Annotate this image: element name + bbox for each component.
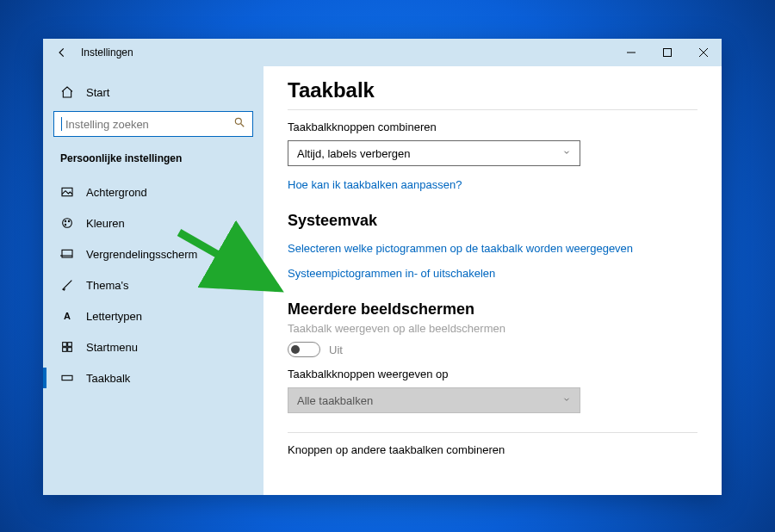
text-cursor: [61, 117, 62, 131]
divider: [288, 109, 698, 110]
minimize-button[interactable]: [613, 39, 649, 66]
svg-point-9: [68, 220, 69, 221]
home-icon: [60, 85, 74, 99]
svg-point-7: [63, 219, 72, 228]
svg-rect-1: [664, 49, 672, 57]
svg-rect-11: [62, 250, 72, 257]
sidebar-item-startmenu[interactable]: Startmenu: [50, 331, 257, 362]
search-input[interactable]: [65, 118, 233, 131]
svg-point-10: [65, 224, 65, 225]
svg-rect-13: [63, 343, 67, 347]
sidebar-item-lockscreen[interactable]: Vergrendelingsscherm: [50, 238, 257, 269]
sidebar-item-fonts[interactable]: A Lettertypen: [50, 300, 257, 331]
sidebar-item-themes[interactable]: Thema's: [50, 269, 257, 300]
svg-rect-15: [63, 348, 67, 352]
home-button[interactable]: Start: [50, 77, 257, 108]
font-icon: A: [60, 309, 74, 323]
sidebar-section-label: Persoonlijke instellingen: [50, 147, 257, 176]
taskbar-icon: [60, 371, 74, 385]
systray-select-icons-link[interactable]: Selecteren welke pictogrammen op de taak…: [288, 242, 698, 255]
sidebar-item-label: Achtergrond: [86, 186, 147, 199]
maximize-button[interactable]: [649, 39, 685, 66]
help-link[interactable]: Hoe kan ik taakbalken aanpassen?: [288, 178, 698, 191]
multi-toggle-state: Uit: [329, 343, 343, 356]
window-title: Instellingen: [81, 46, 133, 59]
sidebar-item-taskbar[interactable]: Taakbalk: [50, 362, 257, 393]
multi-toggle-label: Taakbalk weergeven op alle beeldschermen: [288, 322, 698, 335]
lockscreen-icon: [60, 247, 74, 261]
svg-rect-14: [68, 343, 72, 347]
sidebar-item-label: Thema's: [86, 279, 128, 292]
content-area[interactable]: Taakbalk Taakbalkknoppen combineren Alti…: [264, 66, 722, 495]
svg-point-8: [65, 220, 65, 221]
svg-line-5: [241, 124, 245, 127]
sidebar-item-label: Taakbalk: [86, 372, 130, 385]
systray-heading: Systeemvak: [288, 212, 698, 230]
svg-point-4: [235, 118, 241, 124]
sidebar-item-label: Vergrendelingsscherm: [86, 248, 197, 261]
svg-rect-16: [68, 348, 72, 352]
sidebar-item-colors[interactable]: Kleuren: [50, 207, 257, 238]
combine-label: Taakbalkknoppen combineren: [288, 121, 698, 133]
dropdown-value: Altijd, labels verbergen: [297, 147, 411, 160]
close-button[interactable]: [685, 39, 722, 66]
search-box[interactable]: [53, 111, 253, 137]
chevron-down-icon: [562, 148, 571, 158]
back-button[interactable]: [55, 46, 69, 59]
dropdown-value: Alle taakbalken: [297, 394, 373, 407]
search-icon: [233, 116, 245, 132]
chevron-down-icon: [562, 395, 571, 405]
picture-icon: [60, 185, 74, 199]
systray-toggle-icons-link[interactable]: Systeempictogrammen in- of uitschakelen: [288, 267, 698, 280]
settings-window: Instellingen Start: [43, 39, 722, 495]
page-title: Taakbalk: [288, 78, 698, 102]
titlebar: Instellingen: [43, 39, 722, 66]
show-on-dropdown: Alle taakbalken: [288, 387, 580, 413]
sidebar-item-label: Kleuren: [86, 217, 125, 230]
multi-monitor-heading: Meerdere beeldschermen: [288, 300, 698, 319]
start-icon: [60, 340, 74, 354]
other-combine-label: Knoppen op andere taakbalken combineren: [288, 443, 698, 456]
divider: [288, 432, 698, 433]
combine-dropdown[interactable]: Altijd, labels verbergen: [288, 140, 580, 166]
sidebar-item-label: Startmenu: [86, 341, 138, 354]
svg-rect-17: [62, 375, 72, 380]
home-label: Start: [86, 86, 109, 99]
palette-icon: [60, 216, 74, 230]
show-on-label: Taakbalkknoppen weergeven op: [288, 368, 698, 380]
brush-icon: [60, 278, 74, 292]
sidebar-item-label: Lettertypen: [86, 310, 142, 323]
multi-toggle[interactable]: [288, 342, 320, 357]
sidebar: Start Persoonlijke instellingen Achtergr…: [43, 66, 264, 495]
sidebar-item-background[interactable]: Achtergrond: [50, 176, 257, 207]
